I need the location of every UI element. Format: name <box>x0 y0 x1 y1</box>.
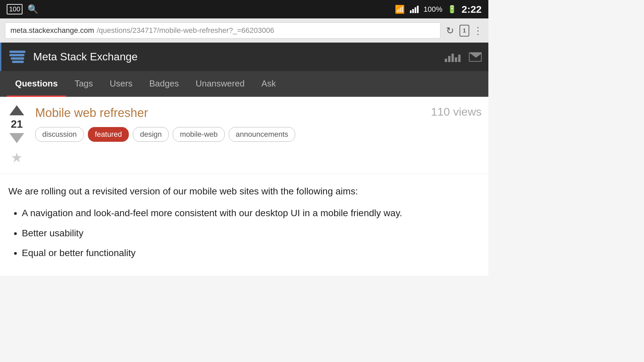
nav-item-ask[interactable]: Ask <box>253 71 284 96</box>
nav-item-tags[interactable]: Tags <box>66 71 101 96</box>
achievements-icon[interactable] <box>445 52 461 62</box>
wifi-icon: 📶 <box>395 5 405 14</box>
nav-item-unanswered[interactable]: Unanswered <box>187 71 253 96</box>
vote-up-button[interactable] <box>9 105 24 115</box>
list-item-2: Better usability <box>22 226 480 241</box>
url-path: /questions/234717/mobile-web-refresher?_… <box>97 26 274 35</box>
site-logo[interactable] <box>8 48 26 66</box>
vote-count: 21 <box>11 118 23 130</box>
search-icon[interactable]: 🔍 <box>28 4 38 14</box>
site-header-left: Meta Stack Exchange <box>8 48 138 66</box>
question-header-top: Mobile web refresher 110 views <box>35 105 482 127</box>
vote-section: 21 ★ <box>7 105 27 165</box>
stack-exchange-logo <box>9 51 25 63</box>
inbox-icon[interactable] <box>469 52 482 62</box>
views-count: 110 views <box>415 105 482 118</box>
url-domain: meta.stackexchange.com <box>10 26 94 35</box>
list-item-3: Equal or better functionality <box>22 246 480 261</box>
question-area: 21 ★ Mobile web refresher 110 views disc… <box>0 97 488 174</box>
battery-icon: 🔋 <box>447 5 457 14</box>
battery-percent-icon: 100 <box>7 4 22 14</box>
url-field[interactable]: meta.stackexchange.com /questions/234717… <box>5 22 440 39</box>
content-area: We are rolling out a revisited version o… <box>0 174 488 276</box>
tab-switcher-button[interactable]: 1 <box>460 25 469 37</box>
site-title: Meta Stack Exchange <box>33 51 138 63</box>
tags-row: discussion featured design mobile-web an… <box>35 127 482 142</box>
question-header: 21 ★ Mobile web refresher 110 views disc… <box>7 105 482 165</box>
refresh-button[interactable]: ↻ <box>444 23 455 38</box>
address-bar: meta.stackexchange.com /questions/234717… <box>0 18 488 43</box>
tag-mobile-web[interactable]: mobile-web <box>173 127 225 142</box>
tag-featured[interactable]: featured <box>88 127 129 142</box>
vote-down-button[interactable] <box>9 133 24 143</box>
nav-item-users[interactable]: Users <box>101 71 141 96</box>
content-list: A navigation and look-and-feel more cons… <box>22 206 480 261</box>
more-menu-button[interactable]: ⋮ <box>473 25 483 36</box>
status-bar-right: 📶 100% 🔋 2:22 <box>395 4 482 15</box>
tab-count: 1 <box>463 28 466 34</box>
nav-bar: Questions Tags Users Badges Unanswered A… <box>0 71 488 97</box>
question-title: Mobile web refresher <box>35 105 148 121</box>
nav-item-badges[interactable]: Badges <box>141 71 187 96</box>
tag-discussion[interactable]: discussion <box>35 127 84 142</box>
site-header: Meta Stack Exchange <box>0 43 488 71</box>
status-bar-left: 100 🔍 <box>7 4 38 14</box>
status-bar: 100 🔍 📶 100% 🔋 2:22 <box>0 0 488 18</box>
favorite-button[interactable]: ★ <box>11 150 23 165</box>
list-item-1: A navigation and look-and-feel more cons… <box>22 206 480 221</box>
content-intro: We are rolling out a revisited version o… <box>8 184 480 199</box>
clock: 2:22 <box>462 4 482 15</box>
signal-bars <box>410 6 419 13</box>
site-header-right <box>445 52 482 62</box>
battery-text: 100% <box>424 5 442 14</box>
nav-item-questions[interactable]: Questions <box>7 71 66 96</box>
tag-design[interactable]: design <box>133 127 169 142</box>
question-body: Mobile web refresher 110 views discussio… <box>35 105 482 147</box>
tag-announcements[interactable]: announcements <box>229 127 296 142</box>
